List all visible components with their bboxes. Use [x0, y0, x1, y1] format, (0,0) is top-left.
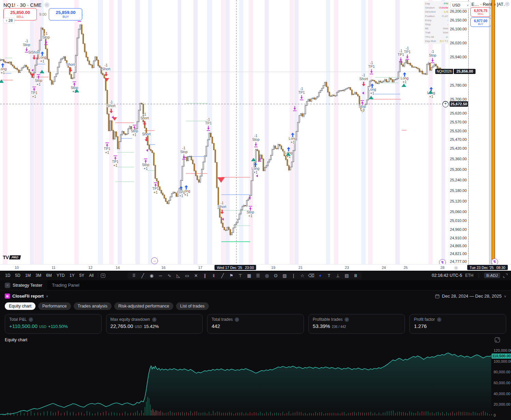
horizontal-line-icon[interactable]: ─: [157, 273, 164, 278]
pill-list-of-trades[interactable]: List of trades: [176, 302, 209, 310]
renko-buy-button[interactable]: 6,977.00 BUY: [470, 17, 491, 27]
info-icon[interactable]: i: [152, 317, 157, 322]
crosshair-icon[interactable]: +: [317, 273, 323, 278]
go-to-date-icon[interactable]: [100, 273, 106, 278]
equity-chart-title: Equity chart: [5, 338, 27, 342]
range-button-1y[interactable]: 1Y: [67, 272, 77, 279]
eraser-icon[interactable]: ⌫: [308, 273, 315, 278]
info-icon[interactable]: i: [29, 317, 33, 322]
ray-icon[interactable]: ╱: [219, 273, 226, 278]
equity-chart[interactable]: 110,500.00 120,000.00100,000.0080,000.00…: [0, 346, 511, 420]
range-button-all[interactable]: All: [87, 272, 96, 279]
image-icon[interactable]: ▨: [281, 273, 288, 278]
add-alert-plus-icon[interactable]: +: [442, 101, 449, 107]
buy-button[interactable]: 25,859.00 BUY: [49, 8, 82, 20]
tradingview-logo[interactable]: TV PRO: [3, 254, 20, 260]
replay-arrow-icon[interactable]: →: [151, 257, 158, 264]
info-row: BEWait: [425, 27, 448, 31]
pill-performance[interactable]: Performance: [38, 302, 71, 310]
range-button-6m[interactable]: 6M: [44, 272, 54, 279]
fib-grid-icon[interactable]: ▦: [246, 273, 252, 278]
triangle-pattern-icon[interactable]: ◺: [175, 273, 181, 278]
pin-icon[interactable]: ◉: [148, 273, 155, 278]
adjustment-toggle[interactable]: B-ADJ: [484, 273, 500, 278]
info-row: Stop-: [425, 22, 448, 27]
idea-icon[interactable]: ʘ: [272, 273, 279, 278]
align-lines-icon[interactable]: ☰: [254, 273, 261, 278]
drag-handle[interactable]: ⠿: [130, 273, 137, 278]
circle-icon[interactable]: ◎: [263, 273, 270, 278]
date-range-picker[interactable]: Dec 28, 2024 — Dec 28, 2025 ∨: [435, 294, 506, 299]
pill-risk-adjusted-performance[interactable]: Risk-adjusted performance: [114, 302, 173, 310]
tab-strategy-tester[interactable]: ⁙Strategy Tester: [0, 280, 47, 290]
legend-count: 28: [9, 18, 13, 22]
equity-tick: 40,000.00: [494, 392, 510, 396]
trade-marker: [369, 96, 374, 99]
bottom-toolbar: 1D5D1M3M6MYTD1Y5YAll ⠿╱◉─∿◺▭✕∥‖╱⚑⊤▦☰◎ʘ▨❘…: [0, 271, 511, 280]
range-button-5d[interactable]: 5D: [13, 272, 23, 279]
trade-marker: -1Stop: [429, 49, 436, 63]
session-toggle[interactable]: ETH: [465, 273, 473, 278]
cross-line-icon[interactable]: ✕: [192, 273, 199, 278]
chevron-down-icon[interactable]: ∨: [46, 295, 48, 298]
range-button-ytd[interactable]: YTD: [54, 272, 67, 279]
text-icon[interactable]: T: [325, 273, 332, 278]
clock[interactable]: 02:16:42 UTC-5: [432, 273, 462, 278]
svg-text:Short: Short: [359, 77, 368, 81]
tab-trading-panel[interactable]: Trading Panel: [47, 280, 84, 290]
time-tick: 23: [345, 266, 349, 270]
info-icon[interactable]: i: [235, 317, 239, 322]
legend-collapse-chip[interactable]: ∨ 28: [3, 18, 15, 23]
collapse-minus-icon[interactable]: −: [44, 2, 49, 7]
svg-text:+1: +1: [40, 59, 44, 63]
trade-marker: Stop+1: [35, 75, 42, 86]
svg-text:+1: +1: [36, 82, 41, 86]
bars-pattern-icon[interactable]: ‖: [210, 273, 217, 278]
renko-sell-button[interactable]: 6,976.75 SELL: [470, 7, 491, 17]
long-position-icon[interactable]: ⊤: [237, 273, 244, 278]
range-button-3m[interactable]: 3M: [33, 272, 44, 279]
pill-equity-chart[interactable]: Equity chart: [5, 302, 35, 310]
trade-marker: Stop+1: [247, 206, 254, 218]
collapse-minus-icon[interactable]: −: [505, 2, 510, 6]
flag-icon[interactable]: ⚑: [228, 273, 235, 278]
pill-trades-analysis[interactable]: Trades analysis: [74, 302, 112, 310]
maximize-icon[interactable]: [503, 273, 508, 278]
info-icon[interactable]: i: [437, 317, 441, 322]
sell-label: SELL: [16, 15, 24, 18]
range-button-1d[interactable]: 1D: [3, 272, 13, 279]
range-button-1m[interactable]: 1M: [23, 272, 33, 279]
svg-text:+1: +1: [429, 94, 433, 99]
price-axis[interactable]: 26,200.0026,150.0026,100.0026,020.0025,9…: [449, 0, 469, 264]
time-axis[interactable]: Wed 17 Dec '25 23:00 Tue 23 Dec '25 08:3…: [0, 264, 511, 271]
renko-subchart-pane[interactable]: E… · Renko [AT… − 6,976.75 SELL 6,977.00…: [468, 0, 511, 264]
trade-marker: TP1+1: [31, 87, 37, 99]
trade-marker: TP1+1: [112, 156, 118, 167]
divider-icon[interactable]: ❘: [290, 273, 297, 278]
lightning-icon[interactable]: ↯: [439, 259, 446, 264]
info-icon[interactable]: i: [345, 317, 349, 322]
star-icon[interactable]: ☆: [299, 273, 306, 278]
sliders-icon[interactable]: Ⅲ: [352, 273, 359, 278]
time-tick: 28: [440, 266, 444, 270]
info-row: TrailWait: [425, 31, 448, 35]
lightning-icon[interactable]: ↯: [491, 258, 498, 264]
price-tick: 25,700.00: [450, 97, 467, 101]
currency-dropdown[interactable]: USD ∨: [450, 1, 471, 9]
strategy-icon[interactable]: ▦: [5, 294, 10, 299]
info-row: PositionFLAT: [425, 14, 448, 18]
table-icon[interactable]: ▤: [343, 273, 350, 278]
svg-text:Stop: Stop: [180, 150, 188, 154]
spread-value: 9.00: [39, 12, 46, 16]
anchored-text-icon[interactable]: ⊥: [334, 273, 341, 278]
main-chart-pane[interactable]: -1StopLong+1SlShort-1StopLong+1Stop+1TP1…: [0, 0, 511, 264]
rectangle-icon[interactable]: ▭: [184, 273, 190, 278]
range-button-5y[interactable]: 5Y: [77, 272, 87, 279]
parallel-channel-icon[interactable]: ∥: [201, 273, 208, 278]
price-tick: 25,620.00: [450, 111, 467, 115]
expand-icon[interactable]: [495, 337, 500, 343]
polyline-icon[interactable]: ∿: [166, 273, 173, 278]
trend-line-icon[interactable]: ╱: [139, 273, 146, 278]
target-icon[interactable]: ◎: [454, 266, 458, 270]
candlestick-chart[interactable]: -1StopLong+1SlShort-1StopLong+1Stop+1TP1…: [0, 0, 449, 264]
